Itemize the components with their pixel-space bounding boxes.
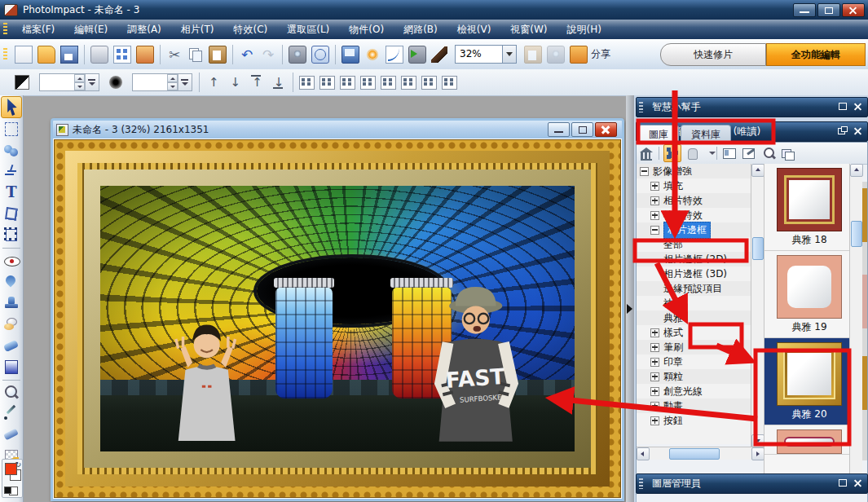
spin-up-icon[interactable] xyxy=(74,74,85,82)
tree-item-classic[interactable]: 典雅 xyxy=(637,310,751,325)
open-icon[interactable] xyxy=(37,46,55,64)
menu-file[interactable]: 檔案(F) xyxy=(12,20,64,39)
tree-item-special-effect[interactable]: 特殊特效 xyxy=(637,208,751,222)
paste-icon[interactable] xyxy=(209,46,227,64)
share-icon[interactable] xyxy=(570,46,588,64)
menu-selection[interactable]: 選取區(L) xyxy=(277,20,339,39)
tree-hscroll-thumb[interactable] xyxy=(669,448,720,460)
doc-minimize-icon[interactable] xyxy=(548,122,570,137)
tree-item-fill[interactable]: 填充 xyxy=(637,178,751,193)
toolbar-grip[interactable] xyxy=(3,48,7,61)
panel-float-icon[interactable] xyxy=(837,126,848,136)
tree-item-style[interactable]: 樣式 xyxy=(637,325,751,340)
collapse-icon[interactable] xyxy=(640,167,649,176)
eraser-tool[interactable] xyxy=(2,425,21,446)
soft-edge-stepper[interactable] xyxy=(132,73,192,91)
move-down-icon[interactable]: ↓ xyxy=(231,75,241,90)
menu-object[interactable]: 物件(O) xyxy=(339,20,394,39)
expand-icon[interactable] xyxy=(650,328,659,337)
align-top-icon[interactable] xyxy=(340,76,355,90)
tree-item-edge-presets[interactable]: 邊緣預設項目 xyxy=(637,281,751,296)
frame-thumbnail-20[interactable]: 典雅 20 xyxy=(764,338,854,425)
tree-item-brush[interactable]: 筆刷 xyxy=(637,340,751,354)
selection-tool[interactable] xyxy=(2,119,21,139)
thumb-scroll-thumb[interactable] xyxy=(851,221,862,247)
panel-maximize-icon-2[interactable] xyxy=(837,478,848,488)
drag-mode-icon[interactable] xyxy=(685,145,701,161)
tree-item-photo-frame[interactable]: 相片邊框 xyxy=(637,222,751,237)
menu-effect[interactable]: 特效(C) xyxy=(224,20,278,39)
thumbnail-scrollbar[interactable] xyxy=(849,164,862,493)
center-both-icon[interactable] xyxy=(421,76,437,90)
spin-down-icon[interactable] xyxy=(74,82,85,90)
expand-icon[interactable] xyxy=(650,416,659,425)
properties-icon[interactable] xyxy=(721,145,738,161)
distribute-icon[interactable] xyxy=(442,76,457,90)
save-icon[interactable] xyxy=(60,46,78,64)
center-vertical-icon[interactable] xyxy=(401,76,416,90)
photo-image[interactable]: FAST SURFBOSKE xyxy=(100,186,575,451)
align-right-icon[interactable] xyxy=(319,76,335,90)
panel-grip[interactable] xyxy=(639,102,643,112)
gallery-home-icon[interactable] xyxy=(638,145,654,161)
tree-item-all[interactable]: 全部 xyxy=(637,237,751,252)
tree-item-image-enhance[interactable]: 影像增強 xyxy=(637,164,751,178)
chevron-down-icon[interactable] xyxy=(502,46,516,63)
enhance-icon[interactable] xyxy=(364,46,381,63)
tree-item-frame-2d[interactable]: 相片邊框 (2D) xyxy=(637,252,751,266)
panel-maximize-icon[interactable] xyxy=(837,101,848,112)
panel-close-icon-2[interactable] xyxy=(853,126,863,136)
tree-item-animation[interactable]: 動畫 xyxy=(637,399,751,413)
tree-item-stamp[interactable]: 印章 xyxy=(637,354,751,369)
pick-tool[interactable] xyxy=(1,96,22,118)
scroll-up-icon[interactable] xyxy=(751,164,764,177)
collapse-arrow-icon[interactable] xyxy=(627,304,632,314)
doc-close-icon[interactable] xyxy=(595,122,617,137)
spin-down-icon-2[interactable] xyxy=(167,82,178,90)
menu-help[interactable]: 說明(H) xyxy=(557,20,611,39)
foreground-color-swatch[interactable] xyxy=(5,463,17,475)
slider-drop-icon-2[interactable] xyxy=(178,74,192,90)
tree-scrollbar[interactable] xyxy=(751,164,764,447)
spin-up-icon-2[interactable] xyxy=(167,74,178,82)
align-left-icon[interactable] xyxy=(299,76,315,90)
menu-window[interactable]: 視窗(W) xyxy=(500,20,557,39)
smart-helper-panel-header[interactable]: 智慧小幫手 xyxy=(636,97,868,117)
frame-thumbnail-partial[interactable] xyxy=(764,425,854,455)
photo-properties-icon[interactable] xyxy=(136,46,154,64)
alt-foreground-swatch[interactable] xyxy=(4,487,11,494)
screen-icon[interactable] xyxy=(341,46,359,64)
transform-tool[interactable] xyxy=(2,225,21,245)
eyedropper-tool[interactable] xyxy=(2,404,21,425)
path-edit-tool[interactable] xyxy=(2,161,21,182)
slider-drop-icon[interactable] xyxy=(85,74,99,90)
zoom-combo[interactable]: 32% xyxy=(455,45,517,64)
close-icon[interactable] xyxy=(842,3,865,17)
browse-icon[interactable] xyxy=(113,46,131,64)
menu-view[interactable]: 檢視(V) xyxy=(447,20,501,39)
menu-photo[interactable]: 相片(T) xyxy=(171,20,224,39)
scroll-right-icon[interactable] xyxy=(751,447,764,460)
expand-icon[interactable] xyxy=(650,343,659,352)
tree-item-frame-3d[interactable]: 相片邊框 (3D) xyxy=(637,266,751,281)
remove-red-eye-tool[interactable] xyxy=(2,251,21,271)
expand-icon[interactable] xyxy=(650,196,659,205)
retouch-tool[interactable] xyxy=(2,315,21,335)
expand-icon[interactable] xyxy=(650,182,659,191)
panel-grip-3[interactable] xyxy=(639,478,643,489)
frame-thumbnail-18[interactable]: 典雅 18 xyxy=(764,164,854,251)
expand-icon[interactable] xyxy=(650,402,659,411)
stepper-input[interactable] xyxy=(40,74,74,90)
align-bottom-icon[interactable] xyxy=(360,76,376,90)
canvas[interactable]: FAST SURFBOSKE xyxy=(53,139,622,499)
tree-item-magic[interactable]: 神奇 xyxy=(637,296,751,310)
scroll-down-icon[interactable] xyxy=(751,434,764,447)
copy-icon[interactable] xyxy=(187,46,204,63)
quick-fix-button[interactable]: 快速修片 xyxy=(660,43,766,66)
restore-icon[interactable] xyxy=(817,3,840,17)
shape-tool[interactable] xyxy=(2,140,21,161)
print-icon[interactable] xyxy=(90,46,108,64)
zoom-value[interactable]: 32% xyxy=(456,46,502,63)
export-icon[interactable] xyxy=(741,145,757,161)
tree-item-photo-effect[interactable]: 相片特效 xyxy=(637,193,751,208)
